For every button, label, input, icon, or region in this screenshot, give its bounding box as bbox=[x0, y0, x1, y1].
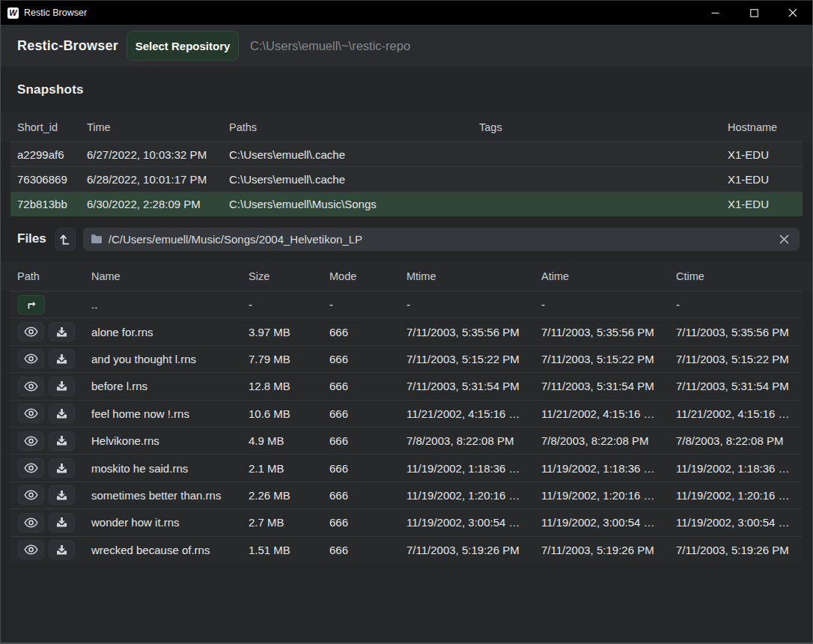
eye-icon bbox=[24, 490, 38, 500]
download-icon bbox=[56, 544, 67, 556]
download-file-button[interactable] bbox=[49, 540, 75, 559]
eye-icon bbox=[24, 517, 38, 528]
files-col-size: Size bbox=[242, 270, 323, 282]
download-file-button[interactable] bbox=[49, 404, 75, 423]
download-icon bbox=[56, 435, 67, 446]
file-mtime: 7/11/2003, 5:35:56 PM bbox=[400, 326, 535, 338]
snapshot-hostname: X1-EDU bbox=[721, 173, 803, 186]
files-section-header: Files /C/Users/emuell/Music/Songs/2004_H… bbox=[1, 216, 812, 262]
maximize-button[interactable] bbox=[734, 1, 773, 25]
file-row[interactable]: Helvikone.rns 4.9 MB 666 7/8/2003, 8:22:… bbox=[10, 427, 803, 454]
snapshots-col-time: Time bbox=[80, 121, 222, 133]
file-mtime: 11/21/2002, 4:15:16 … bbox=[400, 407, 535, 420]
download-file-button[interactable] bbox=[49, 458, 75, 478]
preview-file-button[interactable] bbox=[18, 513, 44, 532]
file-mode: 666 bbox=[323, 380, 400, 392]
files-col-path: Path bbox=[10, 270, 85, 282]
titlebar[interactable]: W Restic Browser bbox=[1, 1, 812, 25]
file-row[interactable]: moskito he said.rns 2.1 MB 666 11/19/200… bbox=[10, 454, 803, 481]
snapshots-heading: Snapshots bbox=[17, 82, 84, 97]
preview-file-button[interactable] bbox=[18, 458, 44, 478]
preview-file-button[interactable] bbox=[18, 404, 44, 423]
snapshot-hostname: X1-EDU bbox=[721, 198, 803, 210]
snapshot-time: 6/27/2022, 10:03:32 PM bbox=[80, 148, 222, 161]
preview-file-button[interactable] bbox=[18, 322, 44, 341]
close-button[interactable] bbox=[773, 1, 812, 25]
preview-file-button[interactable] bbox=[18, 540, 44, 559]
file-row[interactable]: and you thought l.rns 7.79 MB 666 7/11/2… bbox=[10, 345, 803, 372]
file-actions bbox=[10, 322, 85, 341]
download-file-button[interactable] bbox=[49, 322, 75, 341]
file-actions bbox=[10, 377, 85, 396]
files-table-header: Path Name Size Mode Mtime Atime Ctime bbox=[1, 262, 812, 291]
files-col-mtime: Mtime bbox=[400, 270, 535, 282]
snapshot-row[interactable]: 76306869 6/28/2022, 10:01:17 PM C:\Users… bbox=[10, 166, 803, 191]
minimize-button[interactable] bbox=[695, 1, 734, 25]
minimize-icon bbox=[711, 9, 719, 17]
wails-logo-icon: W bbox=[7, 7, 19, 19]
download-file-button[interactable] bbox=[49, 485, 75, 505]
file-row[interactable]: feel home now !.rns 10.6 MB 666 11/21/20… bbox=[10, 400, 803, 427]
snapshot-row[interactable]: a2299af6 6/27/2022, 10:03:32 PM C:\Users… bbox=[10, 142, 803, 166]
file-size: 3.97 MB bbox=[242, 326, 323, 338]
download-file-button[interactable] bbox=[49, 349, 75, 368]
file-ctime: 11/19/2002, 1:20:16 … bbox=[669, 489, 803, 502]
file-actions bbox=[10, 431, 85, 451]
file-actions bbox=[10, 404, 85, 423]
file-mode: 666 bbox=[323, 462, 400, 475]
file-row[interactable]: wonder how it.rns 2.7 MB 666 11/19/2002,… bbox=[10, 508, 803, 535]
download-file-button[interactable] bbox=[49, 377, 75, 396]
download-icon bbox=[56, 353, 67, 365]
snapshot-hostname: X1-EDU bbox=[721, 148, 803, 161]
file-mtime: 7/11/2003, 5:19:26 PM bbox=[400, 544, 535, 556]
select-repository-button[interactable]: Select Repository bbox=[127, 31, 239, 61]
window-controls bbox=[695, 1, 812, 25]
turn-up-right-icon bbox=[25, 299, 37, 310]
files-col-mode: Mode bbox=[323, 270, 400, 282]
file-actions bbox=[10, 458, 85, 478]
preview-file-button[interactable] bbox=[18, 377, 44, 396]
clear-path-button[interactable] bbox=[777, 232, 791, 246]
file-ctime: 7/11/2003, 5:35:56 PM bbox=[669, 326, 803, 338]
file-ctime: 11/21/2002, 4:15:16 … bbox=[669, 407, 803, 420]
file-row[interactable]: sometimes better than.rns 2.26 MB 666 11… bbox=[10, 482, 803, 508]
download-file-button[interactable] bbox=[49, 513, 75, 532]
maximize-icon bbox=[750, 9, 758, 17]
preview-file-button[interactable] bbox=[18, 485, 44, 505]
file-row[interactable]: before l.rns 12.8 MB 666 7/11/2003, 5:31… bbox=[10, 372, 803, 399]
file-row[interactable]: .. - - - - - bbox=[10, 291, 803, 318]
files-col-atime: Atime bbox=[535, 270, 669, 282]
file-name: wrecked because of.rns bbox=[85, 544, 242, 556]
file-mtime: - bbox=[400, 298, 535, 311]
folder-icon bbox=[91, 234, 103, 244]
file-atime: - bbox=[535, 298, 669, 311]
preview-file-button[interactable] bbox=[18, 349, 44, 368]
file-name: moskito he said.rns bbox=[85, 462, 242, 475]
snapshot-paths: C:\Users\emuell\.cache bbox=[222, 148, 472, 161]
go-up-button[interactable] bbox=[18, 295, 45, 315]
content-filler bbox=[1, 563, 812, 643]
file-size: 1.51 MB bbox=[242, 544, 323, 556]
snapshots-col-paths: Paths bbox=[222, 121, 472, 133]
snapshot-short-id: a2299af6 bbox=[10, 148, 80, 161]
file-name: feel home now !.rns bbox=[85, 407, 242, 420]
file-row[interactable]: wrecked because of.rns 1.51 MB 666 7/11/… bbox=[10, 536, 803, 563]
window-title: Restic Browser bbox=[24, 7, 87, 18]
download-file-button[interactable] bbox=[49, 431, 75, 451]
file-mtime: 7/11/2003, 5:15:22 PM bbox=[400, 353, 535, 365]
preview-file-button[interactable] bbox=[18, 431, 44, 451]
files-path-breadcrumb[interactable]: /C/Users/emuell/Music/Songs/2004_Helveti… bbox=[83, 228, 800, 251]
parent-directory-button[interactable] bbox=[55, 228, 76, 251]
app-brand: Restic-Browser bbox=[17, 38, 127, 54]
file-mode: 666 bbox=[323, 489, 400, 502]
file-name: and you thought l.rns bbox=[85, 353, 242, 365]
file-mode: 666 bbox=[323, 353, 400, 365]
snapshot-time: 6/28/2022, 10:01:17 PM bbox=[80, 173, 222, 186]
file-atime: 7/8/2003, 8:22:08 PM bbox=[535, 434, 669, 447]
snapshot-row[interactable]: 72b813bb 6/30/2022, 2:28:09 PM C:\Users\… bbox=[10, 192, 803, 216]
file-actions bbox=[10, 513, 85, 532]
file-row[interactable]: alone for.rns 3.97 MB 666 7/11/2003, 5:3… bbox=[10, 318, 803, 344]
download-icon bbox=[56, 490, 67, 501]
eye-icon bbox=[24, 326, 38, 337]
files-col-ctime: Ctime bbox=[669, 270, 803, 282]
